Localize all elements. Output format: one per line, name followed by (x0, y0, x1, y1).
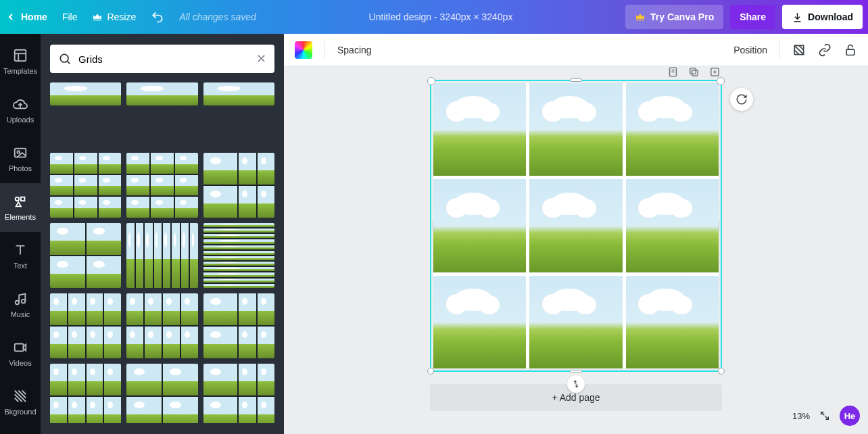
transparency-icon[interactable] (792, 43, 806, 57)
zoom-value[interactable]: 13% (792, 411, 810, 421)
svg-line-11 (67, 61, 70, 64)
grid-thumb[interactable] (203, 293, 274, 358)
search-bar[interactable]: ✕ (50, 45, 274, 73)
zoom-controls: 13% He (792, 406, 860, 426)
grid-cell[interactable] (529, 83, 622, 176)
grid-cell[interactable] (433, 83, 526, 176)
position-button[interactable]: Position (733, 45, 767, 55)
grid-thumb[interactable] (50, 364, 121, 423)
text-icon (13, 243, 28, 258)
svg-point-10 (60, 54, 68, 62)
page-action-bar (667, 66, 721, 78)
spacing-button[interactable]: Spacing (337, 45, 372, 55)
clear-search-icon[interactable]: ✕ (256, 51, 266, 66)
resize-handle[interactable] (570, 78, 582, 82)
nav-rail: Templates Uploads Photos Elements Text M… (0, 34, 41, 434)
grid-cell[interactable] (433, 276, 526, 368)
home-button[interactable]: Home (5, 11, 47, 22)
grid-thumb[interactable] (126, 293, 197, 358)
file-menu[interactable]: File (62, 11, 78, 22)
grid-cell[interactable] (529, 276, 622, 368)
sync-fab[interactable] (730, 88, 753, 111)
grid-cell[interactable] (529, 179, 622, 272)
resize-menu[interactable]: Resize (92, 11, 136, 22)
resize-handle[interactable] (427, 368, 434, 375)
grid-thumb[interactable] (50, 293, 121, 358)
rail-elements[interactable]: Elements (0, 183, 41, 232)
sync-icon (736, 93, 748, 105)
add-page-icon[interactable] (709, 66, 721, 78)
swap-page-icon[interactable] (567, 375, 585, 393)
grid-thumb[interactable] (126, 223, 197, 288)
videos-icon (13, 340, 28, 355)
search-input[interactable] (78, 53, 249, 65)
color-swatch-button[interactable] (295, 41, 312, 59)
try-pro-button[interactable]: Try Canva Pro (625, 5, 723, 29)
grid-thumb[interactable] (50, 223, 121, 288)
resize-handle[interactable] (570, 370, 582, 373)
notes-icon[interactable] (667, 66, 679, 78)
download-button[interactable]: Download (782, 5, 863, 29)
svg-point-4 (17, 151, 20, 153)
background-icon (13, 389, 28, 404)
rail-music[interactable]: Music (0, 281, 41, 329)
grid-cell[interactable] (626, 276, 719, 368)
top-header: Home File Resize All changes saved Untit… (0, 0, 868, 34)
separator (779, 41, 780, 59)
grid-thumb[interactable] (203, 364, 274, 423)
svg-rect-18 (690, 68, 696, 74)
save-status: All changes saved (179, 11, 256, 22)
rail-uploads[interactable]: Uploads (0, 86, 41, 135)
duplicate-icon[interactable] (688, 66, 700, 78)
svg-point-5 (16, 197, 20, 201)
upload-icon (13, 97, 28, 112)
undo-icon (151, 10, 164, 24)
rail-photos[interactable]: Photos (0, 135, 41, 183)
home-label: Home (21, 11, 47, 22)
rail-text[interactable]: Text (0, 232, 41, 281)
fullscreen-icon[interactable] (819, 410, 830, 421)
search-icon (58, 52, 72, 66)
download-icon (792, 11, 803, 23)
resize-handle[interactable] (718, 368, 725, 375)
crown-icon (635, 11, 646, 22)
swap-icon (571, 379, 581, 389)
canvas-stage[interactable]: + Add page 13% He (284, 66, 868, 434)
grid-thumb[interactable] (50, 153, 121, 218)
doc-title[interactable]: Untitled design - 3240px × 3240px (256, 11, 625, 22)
grid-cell[interactable] (433, 179, 526, 272)
rail-templates[interactable]: Templates (0, 37, 41, 86)
lock-icon[interactable] (844, 43, 857, 57)
selection-outline[interactable] (430, 80, 722, 372)
svg-rect-3 (15, 149, 26, 158)
grid-results (50, 82, 274, 423)
crown-icon (92, 11, 103, 22)
grid-cell[interactable] (626, 83, 719, 176)
music-icon (13, 291, 28, 306)
rail-videos[interactable]: Videos (0, 329, 41, 378)
share-button[interactable]: Share (730, 5, 775, 29)
photos-icon (13, 145, 28, 160)
undo-button[interactable] (151, 10, 164, 24)
elements-icon (13, 194, 28, 209)
rail-background[interactable]: Bkground (0, 378, 41, 427)
add-page-button[interactable]: + Add page (430, 384, 722, 411)
separator (324, 41, 325, 59)
link-icon[interactable] (818, 43, 831, 57)
grid-thumb[interactable] (50, 82, 121, 105)
grid-thumb[interactable] (126, 82, 197, 105)
templates-icon (13, 48, 28, 63)
canvas-grid-element[interactable] (433, 83, 719, 368)
grid-thumb[interactable] (203, 153, 274, 218)
svg-rect-0 (15, 50, 26, 62)
grid-thumb[interactable] (126, 153, 197, 218)
grid-cell[interactable] (626, 179, 719, 272)
svg-rect-9 (15, 344, 24, 352)
grid-thumb[interactable] (203, 82, 274, 105)
svg-rect-6 (21, 197, 24, 201)
elements-panel: ✕ (41, 34, 284, 434)
help-button[interactable]: He (840, 406, 860, 426)
add-page-label: + Add page (552, 392, 600, 403)
grid-thumb[interactable] (203, 223, 274, 288)
grid-thumb[interactable] (126, 364, 197, 423)
